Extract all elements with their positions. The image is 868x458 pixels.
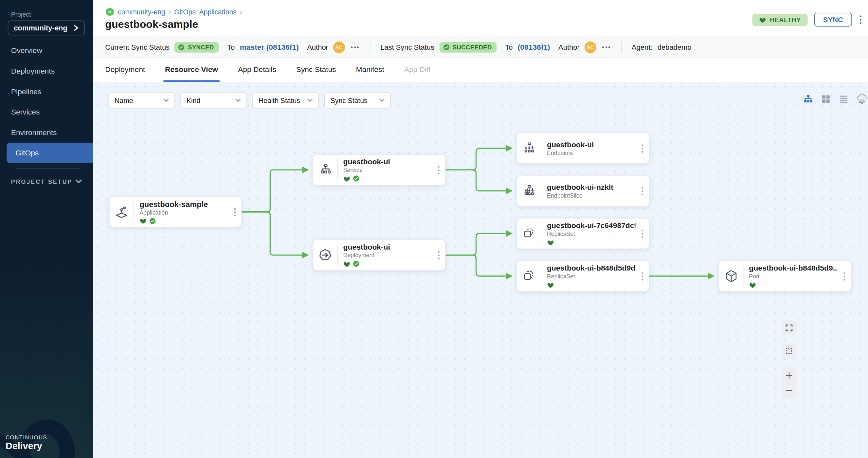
agent-label: Agent:	[632, 43, 653, 51]
tab-app-details[interactable]: App Details	[238, 65, 276, 82]
app-tabs: Deployment Resource View App Details Syn…	[93, 58, 868, 82]
page-title: guestbook-sample	[105, 18, 198, 30]
last-sync-status-label: Last Sync Status	[380, 43, 434, 51]
replicaset-icon	[517, 265, 541, 287]
node-kebab-menu-icon[interactable]	[432, 166, 445, 174]
sync-status-bar: Current Sync Status SYNCED To master (08…	[93, 37, 868, 58]
sidebar-item-pipelines[interactable]: Pipelines	[0, 81, 93, 102]
current-sync-status-label: Current Sync Status	[105, 43, 169, 51]
node-badges	[140, 217, 228, 224]
commit-more-icon[interactable]	[350, 46, 360, 48]
tab-app-diff[interactable]: App Diff	[404, 65, 431, 82]
node-kind: Deployment	[343, 252, 432, 258]
check-circle-icon	[442, 43, 450, 51]
sidebar-item-deployments[interactable]: Deployments	[0, 61, 93, 81]
endpoints-icon	[517, 137, 541, 159]
sidebar: ∞ Project community-eng Overview Deploym…	[0, 0, 93, 458]
filter-bar: Name Kind Health Status Sync Status	[108, 92, 391, 108]
header-actions: HEALTHY SYNC	[752, 13, 862, 27]
node-title: guestbook-sample	[140, 200, 228, 208]
replicaset-icon	[517, 223, 541, 245]
list-view-icon[interactable]	[839, 94, 848, 104]
project-selector[interactable]: community-eng	[8, 21, 85, 36]
node-title: guestbook-ui	[343, 243, 432, 251]
author-avatar[interactable]: SC	[333, 41, 345, 53]
healthy-heart-icon	[343, 175, 350, 182]
node-kebab-menu-icon[interactable]	[838, 272, 851, 280]
header-kebab-menu-icon[interactable]	[859, 14, 862, 25]
node-kebab-menu-icon[interactable]	[636, 144, 649, 153]
main-content: ∞ community-eng › GitOps: Applications ›…	[93, 0, 868, 458]
sidebar-item-overview[interactable]: Overview	[0, 40, 93, 61]
node-title: guestbook-ui-nzklt	[547, 183, 636, 191]
node-kebab-menu-icon[interactable]	[636, 229, 649, 237]
node-kebab-menu-icon[interactable]	[636, 272, 649, 280]
node-kebab-menu-icon[interactable]	[432, 251, 445, 259]
node-kebab-menu-icon[interactable]	[228, 208, 242, 216]
sync-button[interactable]: SYNC	[814, 13, 852, 27]
service-icon	[313, 159, 337, 181]
synced-badge: SYNCED	[175, 42, 219, 52]
project-selector-value: community-eng	[14, 24, 67, 32]
node-endpoints-guestbook-ui[interactable]: guestbook-ui Endpoints	[517, 133, 649, 164]
node-replicaset-guestbook-ui-b848d5d9d[interactable]: guestbook-ui-b848d5d9d ReplicaSet	[517, 261, 649, 292]
last-commit-link[interactable]: (08136f1)	[518, 43, 550, 51]
synced-check-icon	[352, 260, 360, 267]
filter-health-status-dropdown[interactable]: Health Status	[252, 92, 319, 108]
resource-canvas[interactable]: Name Kind Health Status Sync Status	[93, 82, 868, 458]
tab-manifest[interactable]: Manifest	[356, 65, 384, 82]
sidebar-divider	[16, 168, 81, 169]
node-badges	[547, 238, 636, 246]
node-title: guestbook-ui	[343, 158, 432, 166]
commit-more-icon[interactable]	[601, 46, 611, 48]
heart-icon	[759, 17, 766, 23]
sidebar-item-environments[interactable]: Environments	[0, 122, 93, 143]
node-service-guestbook-ui[interactable]: guestbook-ui Service	[313, 155, 446, 186]
brand-continuous-label: CONTINUOUS	[6, 434, 47, 441]
node-title: guestbook-ui-b848d5d9...	[749, 264, 838, 272]
node-endpointslice-guestbook-ui-nzklt[interactable]: guestbook-ui-nzklt EndpointSlice	[517, 175, 649, 206]
sidebar-item-services[interactable]: Services	[0, 102, 93, 122]
health-status-badge: HEALTHY	[752, 13, 808, 26]
tab-resource-view[interactable]: Resource View	[165, 65, 218, 82]
node-replicaset-guestbook-ui-7c64987dc9[interactable]: guestbook-ui-7c64987dc9 ReplicaSet	[517, 218, 649, 249]
select-area-button[interactable]	[782, 344, 797, 359]
tab-sync-status[interactable]: Sync Status	[296, 65, 336, 82]
sidebar-item-gitops[interactable]: GitOps	[6, 143, 93, 163]
current-commit-link[interactable]: master (08136f1)	[240, 43, 299, 51]
succeeded-badge-label: SUCCEEDED	[453, 44, 492, 51]
grid-view-icon[interactable]	[821, 94, 831, 104]
filter-name-dropdown[interactable]: Name	[108, 92, 175, 108]
statusbar-divider	[621, 41, 622, 53]
healthy-heart-icon	[547, 239, 554, 246]
endpointslice-icon	[517, 180, 541, 202]
fullscreen-button[interactable]	[782, 320, 797, 335]
node-kind: Endpoints	[547, 150, 636, 156]
tree-view-icon[interactable]	[803, 94, 813, 104]
breadcrumb: ∞ community-eng › GitOps: Applications ›	[105, 7, 242, 17]
breadcrumb-project-link[interactable]: community-eng	[118, 8, 165, 16]
succeeded-badge: SUCCEEDED	[439, 42, 497, 52]
filter-sync-status-dropdown[interactable]: Sync Status	[324, 92, 391, 108]
node-kind: Application	[140, 209, 228, 215]
node-pod-guestbook-ui-b848d5d9[interactable]: guestbook-ui-b848d5d9... Pod	[718, 261, 851, 292]
svg-text:∞: ∞	[108, 9, 111, 14]
node-title: guestbook-ui-b848d5d9d	[547, 264, 636, 272]
tab-deployment[interactable]: Deployment	[105, 65, 145, 82]
filter-kind-dropdown[interactable]: Kind	[180, 92, 247, 108]
breadcrumb-applications-link[interactable]: GitOps: Applications	[174, 8, 236, 16]
project-label: Project	[11, 11, 31, 18]
node-application-guestbook-sample[interactable]: guestbook-sample Application	[109, 196, 242, 227]
zoom-in-button[interactable]	[785, 371, 793, 380]
author-avatar[interactable]: SC	[585, 41, 596, 53]
project-setup-toggle[interactable]: PROJECT SETUP	[11, 178, 82, 185]
plus-icon	[785, 371, 793, 380]
chevron-down-icon	[379, 98, 385, 102]
cloud-network-view-icon[interactable]	[856, 94, 867, 105]
node-deployment-guestbook-ui[interactable]: guestbook-ui Deployment	[313, 239, 446, 270]
author-label: Author	[307, 43, 328, 51]
node-kebab-menu-icon[interactable]	[636, 187, 649, 195]
node-kind: Pod	[749, 273, 838, 280]
zoom-out-button[interactable]	[785, 386, 793, 395]
chevron-down-icon	[75, 179, 82, 184]
